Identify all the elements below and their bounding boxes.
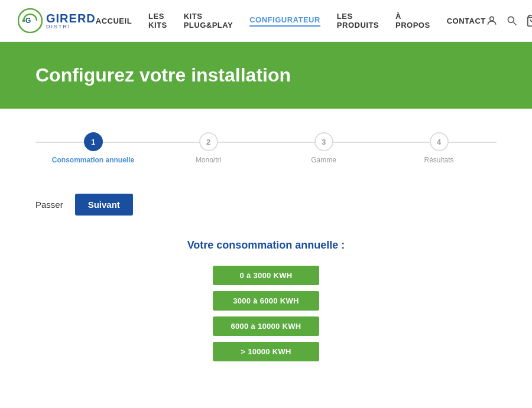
header-icons: 0 — [486, 14, 532, 27]
nav-item-configurateur[interactable]: CONFIGURATEUR — [249, 15, 320, 27]
kwh-option-1[interactable]: 0 à 3000 KWH — [213, 266, 319, 285]
logo-text: GIRERD DISTRI — [46, 12, 96, 30]
page-title: Configurez votre installation — [35, 64, 497, 86]
passer-label: Passer — [35, 200, 63, 210]
consommation-section: Votre consommation annuelle : 0 à 3000 K… — [35, 239, 497, 361]
step-label-3: Gamme — [311, 156, 336, 164]
step-label-1: Consommation annuelle — [52, 156, 134, 164]
consommation-title: Votre consommation annuelle : — [187, 239, 345, 252]
step-circle-1: 1 — [84, 132, 103, 151]
cart-icon[interactable]: 0 — [526, 14, 532, 27]
header: G GIRERD DISTRI ACCUEILLES KITSKITS PLUG… — [0, 0, 532, 42]
stepper: 1Consommation annuelle2Mono/tri3Gamme4Ré… — [35, 132, 497, 164]
step-4: 4Résultats — [381, 132, 497, 164]
brand-name: GIRERD — [46, 12, 96, 24]
search-icon[interactable] — [506, 15, 518, 27]
kwh-option-4[interactable]: > 10000 KWH — [213, 342, 319, 361]
svg-point-3 — [489, 17, 494, 21]
main-nav: ACCUEILLES KITSKITS PLUG&PLAYCONFIGURATE… — [96, 12, 486, 30]
step-circle-2: 2 — [199, 132, 218, 151]
step-circle-4: 4 — [430, 132, 449, 151]
main-content: 1Consommation annuelle2Mono/tri3Gamme4Ré… — [0, 109, 532, 385]
cart-button[interactable] — [526, 14, 532, 27]
svg-text:G: G — [25, 17, 31, 25]
nav-item-kitsplugplay[interactable]: KITS PLUG&PLAY — [184, 12, 233, 30]
nav-item-leskits[interactable]: LES KITS — [148, 12, 167, 30]
kwh-options: 0 à 3000 KWH3000 à 6000 KWH6000 à 10000 … — [213, 266, 319, 361]
brand-sub: DISTRI — [46, 24, 96, 30]
nav-item-contact[interactable]: CONTACT — [447, 17, 486, 25]
kwh-option-3[interactable]: 6000 à 10000 KWH — [213, 316, 319, 336]
suivant-button[interactable]: Suivant — [75, 194, 133, 216]
step-label-2: Mono/tri — [196, 156, 221, 164]
nav-item-lesproduits[interactable]: LES PRODUITS — [337, 12, 379, 30]
svg-point-4 — [508, 17, 514, 22]
user-icon[interactable] — [486, 15, 498, 27]
svg-point-1 — [22, 19, 25, 22]
step-2: 2Mono/tri — [151, 132, 266, 164]
hero-banner: Configurez votre installation — [0, 42, 532, 109]
step-3: 3Gamme — [266, 132, 381, 164]
nav-item-accueil[interactable]: ACCUEIL — [96, 17, 132, 25]
svg-line-5 — [513, 22, 516, 25]
step-label-4: Résultats — [424, 156, 453, 164]
action-row: Passer Suivant — [35, 194, 497, 216]
logo[interactable]: G GIRERD DISTRI — [18, 8, 96, 33]
step-circle-3: 3 — [314, 132, 333, 151]
step-1: 1Consommation annuelle — [35, 132, 151, 164]
nav-item-propos[interactable]: À PROPOS — [395, 12, 430, 30]
logo-icon: G — [18, 8, 43, 33]
kwh-option-2[interactable]: 3000 à 6000 KWH — [213, 291, 319, 311]
